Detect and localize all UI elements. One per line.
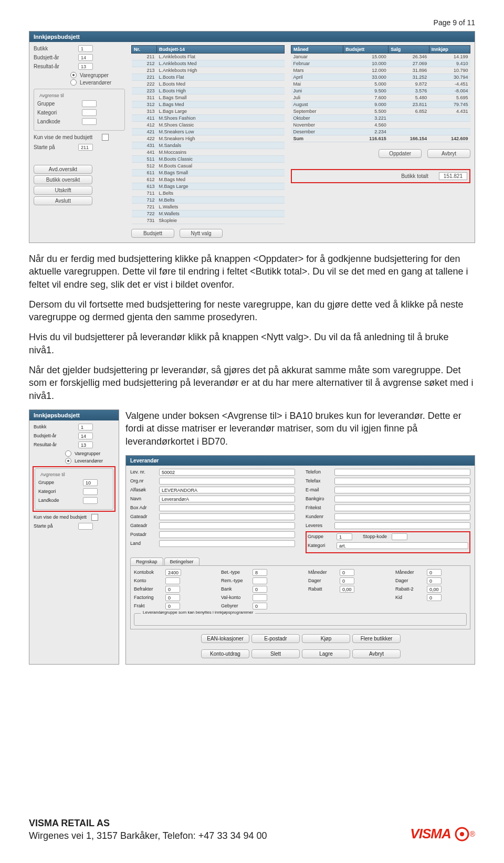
resar-label: Resultat-år <box>34 64 78 69</box>
table-row[interactable]: 711L.Belts <box>132 190 285 197</box>
table-row[interactable]: 422M.Sneakers High <box>132 135 285 142</box>
table-row[interactable]: 612M.Bags Med <box>132 176 285 183</box>
table-row[interactable]: 731Skopleie <box>132 217 285 224</box>
paragraph-3: Hvis du vil budsjetterer på leverandør k… <box>29 331 475 356</box>
avbryt-button[interactable]: Avbryt <box>427 149 470 158</box>
table-row[interactable]: 213L.Ankleboots High <box>132 67 285 74</box>
table-row[interactable]: 421M.Sneakers Low <box>132 129 285 135</box>
radio-leverandorer[interactable]: Leverandører <box>70 79 125 86</box>
avgrense-group: Avgrense til Gruppe Kategori Landkode <box>34 89 125 131</box>
landkode-label: Landkode <box>37 119 82 124</box>
table-row[interactable]: Oktober3.221 <box>291 115 470 122</box>
page-number: Page 9 of 11 <box>29 18 475 27</box>
table-row[interactable]: Februar10.00027.0699.410 <box>291 60 470 67</box>
paragraph-1: Når du er ferdig med budsjettering klikk… <box>29 252 475 291</box>
legend-box: Leverandørgruppe som kan benyttes i innk… <box>134 613 467 626</box>
footer-address: Wirgenes vei 1, 3157 Barkåker, Telefon: … <box>29 830 267 842</box>
nytt-valg-button[interactable]: Nytt valg <box>180 229 223 238</box>
table-row[interactable]: 441M.Moccasins <box>132 149 285 156</box>
table-row[interactable]: 712M.Belts <box>132 197 285 204</box>
action-button[interactable]: Kjøp <box>302 634 350 643</box>
table-row[interactable]: 411M.Shoes Fashion <box>132 115 285 122</box>
window-title-b: Innkjøpsbudsjett <box>29 410 119 420</box>
resar-input[interactable]: 13 <box>78 63 93 70</box>
kunvise-checkbox[interactable] <box>102 134 109 141</box>
budar-label: Budsjett-år <box>34 55 78 60</box>
avgrense-highlight: Avgrense til Gruppe10 Kategori Landkode <box>33 466 116 512</box>
table-row[interactable]: 512M.Boots Casual <box>132 163 285 170</box>
table-row[interactable]: Mars12.00031.89610.790 <box>291 67 470 74</box>
paragraph-2: Dersom du vil fortsette med budsjetterin… <box>29 298 475 324</box>
avslutt-button[interactable]: Avslutt <box>34 196 92 205</box>
action-button[interactable]: Lagre <box>302 649 350 658</box>
table-row[interactable]: 312L.Bags Med <box>132 101 285 108</box>
action-button[interactable]: E-postadr <box>251 634 300 643</box>
tab-betingelser[interactable]: Betingelser <box>164 557 200 565</box>
action-button[interactable]: Avbryt <box>352 649 401 658</box>
maned-table[interactable]: MånedBudsjettSalgInnkjøp Januar15.00026.… <box>291 45 470 142</box>
table-row[interactable]: 313L.Bags Large <box>132 108 285 115</box>
butikk-totalt-value: 151.821 <box>439 172 467 180</box>
action-button[interactable]: Flere butikker <box>352 634 401 643</box>
table-row[interactable]: Januar15.00026.34614.199 <box>291 54 470 60</box>
screenshot-avgrense: Innkjøpsbudsjett Butikk1 Budsjett-år14 R… <box>29 409 119 665</box>
start-input[interactable]: 211 <box>78 144 93 151</box>
table-row[interactable]: 611M.Bags Small <box>132 170 285 176</box>
utskrift-button[interactable]: Utskrift <box>34 186 92 195</box>
avd-oversikt-button[interactable]: Avd.oversikt <box>34 165 92 174</box>
table-row[interactable]: 223L.Boots High <box>132 88 285 94</box>
action-button[interactable]: EAN-lokasjoner <box>201 634 249 643</box>
table-row[interactable]: Juni9.5003.576-8.004 <box>291 88 470 94</box>
action-button[interactable]: Slett <box>251 649 300 658</box>
table-row[interactable]: September5.5006.8524.431 <box>291 108 470 115</box>
table-row[interactable]: Juli7.6005.4805.695 <box>291 94 470 101</box>
budsjett-button[interactable]: Budsjett <box>131 229 174 238</box>
table-row[interactable]: 722M.Wallets <box>132 211 285 217</box>
butikk-oversikt-button[interactable]: Butikk oversikt <box>34 175 92 184</box>
table-row[interactable]: April33.00031.25230.794 <box>291 74 470 81</box>
svg-point-1 <box>460 832 464 836</box>
kategori-input[interactable] <box>82 109 97 116</box>
gruppe-label: Gruppe <box>37 101 82 107</box>
tab-regnskap[interactable]: Regnskap <box>130 557 163 565</box>
gruppe-input[interactable] <box>82 100 97 107</box>
start-label: Starte på <box>34 144 78 150</box>
window-title: Innkjøpsbudsjett <box>29 31 475 42</box>
kunvise-label: Kun vise de med budsjett <box>34 134 102 140</box>
page-footer: VISMA RETAIL AS Wirgenes vei 1, 3157 Bar… <box>29 817 475 842</box>
screenshot-leverandor: Leverandør Lev. nr.50002 Org.nr AlfasøkL… <box>125 455 475 665</box>
kategori-label: Kategori <box>37 110 82 115</box>
table-row[interactable]: 211L.Ankleboots Flat <box>132 54 285 60</box>
window-title-c: Leverandør <box>126 456 475 466</box>
table-row[interactable]: 222L.Boots Med <box>132 81 285 88</box>
table-row[interactable]: 221L.Boots Flat <box>132 74 285 81</box>
gruppe-highlight: Gruppe1Stopp-kode Kategoriart. <box>306 531 470 553</box>
action-button[interactable]: Konto-utdrag <box>201 649 249 658</box>
landkode-input[interactable] <box>82 118 97 125</box>
table-row[interactable]: 212L.Ankleboots Med <box>132 60 285 67</box>
radio-varegrupper[interactable]: Varegrupper <box>70 72 125 78</box>
table-row[interactable]: November4.560 <box>291 122 470 129</box>
table-row[interactable]: 613M.Bags Large <box>132 183 285 190</box>
visma-logo-icon <box>454 826 470 842</box>
table-row[interactable]: Mai5.0009.872-4.451 <box>291 81 470 88</box>
oppdater-button[interactable]: Oppdater <box>379 149 422 158</box>
footer-company: VISMA RETAIL AS <box>29 817 267 829</box>
table-row[interactable]: 721L.Wallets <box>132 204 285 211</box>
table-row[interactable]: 311L.Bags Small <box>132 94 285 101</box>
table-row[interactable]: Desember2.234 <box>291 129 470 135</box>
table-row[interactable]: 431M.Sandals <box>132 142 285 149</box>
visma-logo: VISMA ® <box>410 826 475 842</box>
table-row[interactable]: 511M.Boots Classic <box>132 156 285 163</box>
table-row[interactable]: August9.00023.81179.745 <box>291 101 470 108</box>
butikk-totalt-box: Butikk totalt 151.821 <box>291 169 470 183</box>
nr-table[interactable]: Nr.Budsjett-14 211L.Ankleboots Flat212L.… <box>131 45 285 224</box>
budar-input[interactable]: 14 <box>78 54 93 61</box>
butikk-label: Butikk <box>34 46 78 51</box>
paragraph-4: Når det gjelder budsjettering pr leveran… <box>29 364 475 402</box>
screenshot-innkjopsbudsjett: Innkjøpsbudsjett Butikk1 Budsjett-år14 R… <box>29 31 475 243</box>
butikk-input[interactable]: 1 <box>78 45 93 52</box>
table-row[interactable]: 412M.Shoes Classic <box>132 122 285 129</box>
paragraph-5: Valgene under boksen <Avgrense til> i BA… <box>125 409 475 448</box>
